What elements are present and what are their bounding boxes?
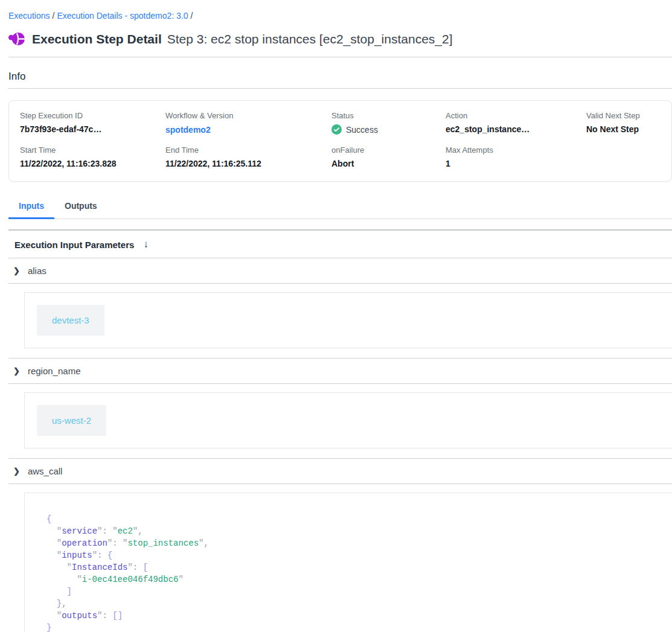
field-value: No Next Step	[586, 124, 671, 134]
info-field: Valid Next StepNo Next Step	[586, 111, 671, 135]
code-token: ":	[127, 563, 142, 572]
param-divider	[8, 283, 672, 284]
field-label: Start Time	[20, 145, 165, 155]
param-divider	[8, 484, 672, 484]
breadcrumb-separator: /	[52, 11, 54, 21]
breadcrumb: Executions/Execution Details - spotdemo2…	[0, 0, 672, 21]
param-row-alias[interactable]: ❯alias	[0, 258, 672, 283]
success-check-icon	[331, 124, 342, 135]
code-token: ":	[97, 611, 112, 621]
param-name: alias	[28, 266, 46, 276]
field-value: Abort	[331, 159, 446, 168]
field-value: 11/22/2022, 11:16:23.828	[20, 159, 165, 168]
code-token: ",	[133, 526, 143, 536]
brand-logo-icon	[8, 31, 25, 47]
code-token: []	[112, 611, 123, 621]
code-token: "	[46, 563, 72, 572]
page-subtitle: Step 3: ec2 stop instances [ec2_stop_ins…	[167, 32, 453, 46]
field-label: Step Execution ID	[20, 111, 165, 120]
field-value: 1	[446, 159, 586, 168]
workflow-version-link[interactable]: spotdemo2	[165, 125, 211, 135]
code-token: stop_instances	[127, 538, 199, 548]
breadcrumb-separator: /	[191, 11, 193, 21]
field-label: Status	[331, 111, 446, 120]
code-token: ",	[199, 538, 209, 548]
info-field: StatusSuccess	[331, 111, 446, 135]
info-field: Start Time11/22/2022, 11:16:23.828	[20, 145, 165, 168]
chevron-right-icon[interactable]: ❯	[13, 467, 20, 476]
code-token: ":	[92, 551, 107, 560]
parameters-list: ❯aliasdevtest-3❯region_nameus-west-2❯aws…	[0, 258, 672, 632]
sort-direction-icon[interactable]: ↓	[143, 238, 149, 251]
field-label: Max Attempts	[446, 145, 586, 155]
info-divider	[8, 88, 672, 89]
tab-inputs[interactable]: Inputs	[8, 196, 54, 219]
code-token: {	[107, 551, 112, 560]
info-field: End Time11/22/2022, 11:16:25.112	[165, 145, 331, 168]
page-title: Execution Step Detail	[32, 32, 162, 46]
json-code-block: { "service": "ec2", "operation": "stop_i…	[46, 513, 672, 632]
code-token: }	[57, 599, 62, 608]
code-token: ec2	[118, 526, 133, 536]
info-card: Step Execution ID7b73f93e-edaf-47c…Workf…	[8, 100, 672, 182]
code-token: ": "	[97, 526, 118, 536]
param-value-panel: devtest-3	[24, 292, 672, 348]
breadcrumb-link[interactable]: Executions	[8, 11, 50, 21]
code-token: "	[178, 575, 183, 584]
code-token	[46, 587, 67, 596]
info-field: Max Attempts1	[446, 145, 586, 168]
field-label: onFailure	[331, 145, 446, 155]
field-label: Valid Next Step	[586, 111, 671, 120]
title-divider	[8, 57, 672, 57]
code-token: outputs	[62, 611, 97, 621]
param-value-chip: devtest-3	[37, 305, 104, 336]
execution-step-detail-page: Executions/Execution Details - spotdemo2…	[0, 0, 672, 632]
field-label: Action	[446, 111, 586, 120]
field-value: ec2_stop_instance…	[446, 124, 586, 134]
chevron-right-icon[interactable]: ❯	[13, 266, 20, 275]
field-label: Workflow & Version	[165, 111, 331, 120]
param-value-chip: us-west-2	[37, 405, 106, 436]
param-divider	[8, 383, 672, 384]
param-name: region_name	[28, 366, 81, 376]
code-token: inputs	[62, 551, 92, 560]
info-field: Step Execution ID7b73f93e-edaf-47c…	[20, 111, 165, 135]
field-value: 11/22/2022, 11:16:25.112	[165, 159, 331, 168]
status-badge: Success	[331, 124, 446, 135]
execution-input-parameters-header: Execution Input Parameters ↓	[0, 231, 672, 258]
code-token: ": "	[107, 538, 128, 548]
info-field: Workflow & Versionspotdemo2	[165, 111, 331, 135]
param-row-region_name[interactable]: ❯region_name	[0, 359, 672, 383]
execution-input-parameters-label: Execution Input Parameters	[14, 240, 134, 250]
code-token: {	[46, 514, 51, 524]
field-label: End Time	[165, 145, 331, 155]
tab-bar: InputsOutputs	[8, 196, 672, 219]
page-header: Execution Step Detail Step 3: ec2 stop i…	[8, 31, 672, 47]
json-code-panel: { "service": "ec2", "operation": "stop_i…	[24, 493, 672, 632]
code-token: InstanceIds	[72, 563, 127, 572]
param-value-panel: us-west-2	[24, 392, 672, 448]
tab-outputs[interactable]: Outputs	[54, 196, 107, 219]
param-row-aws_call[interactable]: ❯aws_call	[0, 459, 672, 484]
code-token: "	[46, 575, 82, 584]
breadcrumb-link[interactable]: Execution Details - spotdemo2: 3.0	[57, 11, 188, 21]
param-name: aws_call	[28, 466, 63, 476]
code-token: ,	[62, 599, 66, 608]
code-token: ]	[67, 587, 72, 596]
code-token: "	[46, 611, 62, 621]
field-value: 7b73f93e-edaf-47c…	[20, 124, 165, 134]
code-token: "	[46, 538, 62, 548]
code-token: operation	[62, 538, 107, 548]
code-token: "	[46, 526, 62, 536]
info-field: onFailureAbort	[331, 145, 446, 168]
code-token: "	[46, 551, 62, 560]
code-token: [	[143, 563, 148, 572]
code-token: i-0ec41ee046f49dbc6	[82, 575, 179, 584]
code-token	[46, 599, 57, 608]
code-token: service	[62, 526, 97, 536]
info-field: Actionec2_stop_instance…	[446, 111, 586, 135]
code-token: }	[46, 623, 51, 632]
status-text: Success	[346, 125, 378, 135]
chevron-right-icon[interactable]: ❯	[13, 366, 20, 375]
info-section-title: Info	[8, 71, 672, 83]
